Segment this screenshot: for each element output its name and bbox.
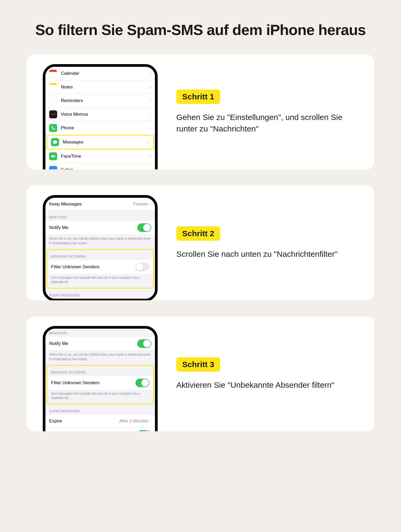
row-label: Safari [61, 167, 150, 169]
row-label: Notes [61, 84, 150, 90]
settings-row-notes[interactable]: Notes › [45, 80, 155, 94]
phone-mock-1: Calendar › Notes › ⋮ Reminders › [43, 64, 158, 169]
step-3-body: Aktivieren Sie "Unbekannte Absender filt… [176, 379, 358, 391]
chevron-right-icon: › [150, 84, 151, 90]
svg-rect-0 [51, 156, 54, 158]
settings-row-reminders[interactable]: ⋮ Reminders › [45, 94, 155, 108]
mentions-header: MENTIONS [45, 329, 155, 337]
step-2-body: Scrollen Sie nach unten zu "Nachrichtenf… [176, 248, 358, 260]
chevron-right-icon: › [148, 139, 149, 145]
chevron-right-icon: › [150, 201, 151, 207]
phone-mock-2: Keep Messages Forever › MENTIONS Notify … [43, 195, 158, 300]
notify-me-row[interactable]: Notify Me [45, 221, 155, 235]
filter-unknown-toggle-on[interactable] [135, 379, 149, 387]
keep-messages-row[interactable]: Keep Messages Forever › [45, 198, 155, 211]
raise-to-listen-row[interactable]: Raise to Listen [45, 428, 155, 431]
step-card-2: Keep Messages Forever › MENTIONS Notify … [27, 185, 374, 300]
row-label: FaceTime [61, 154, 150, 159]
messages-icon [51, 138, 59, 146]
message-filtering-header: MESSAGE FILTERING [47, 250, 153, 260]
notes-icon [49, 83, 57, 91]
phone-mock-3: MENTIONS Notify Me When this is on, you … [43, 326, 158, 431]
settings-row-safari[interactable]: Safari › [45, 163, 155, 169]
mentions-footer: When this is on, you will be notified wh… [45, 235, 155, 249]
settings-row-messages[interactable]: Messages › [47, 135, 153, 149]
chevron-right-icon: › [150, 167, 151, 170]
settings-row-phone[interactable]: Phone › [45, 121, 155, 135]
row-value: Forever [133, 202, 148, 207]
row-label: Notify Me [49, 225, 137, 230]
chevron-right-icon: › [150, 418, 151, 424]
row-value: After 2 Minutes [119, 419, 148, 424]
phone-icon [49, 124, 57, 132]
row-label: Notify Me [49, 341, 137, 346]
filter-unknown-toggle[interactable] [135, 263, 149, 271]
highlight-message-filtering: MESSAGE FILTERING Filter Unknown Senders… [46, 365, 154, 405]
settings-row-voice-memos[interactable]: Voice Memos › [45, 108, 155, 121]
step-1-badge: Schritt 1 [176, 90, 220, 104]
raise-to-listen-toggle[interactable] [137, 430, 151, 431]
facetime-icon [49, 152, 57, 160]
message-filtering-footer: Sort messages from people who are not in… [47, 274, 153, 288]
highlight-messages: Messages › [46, 135, 154, 150]
chevron-right-icon: › [150, 154, 151, 159]
calendar-icon [49, 69, 57, 77]
notify-me-toggle[interactable] [137, 339, 151, 348]
chevron-right-icon: › [150, 125, 151, 131]
page-title: So filtern Sie Spam-SMS auf dem iPhone h… [27, 21, 374, 38]
row-label: Calendar [61, 71, 150, 76]
message-filtering-header: MESSAGE FILTERING [47, 366, 153, 376]
voice-memos-icon [49, 110, 57, 118]
row-label: Phone [61, 125, 150, 131]
settings-row-facetime[interactable]: FaceTime › [45, 150, 155, 163]
chevron-right-icon: › [150, 71, 151, 76]
notify-me-toggle[interactable] [137, 223, 151, 232]
filter-unknown-senders-row[interactable]: Filter Unknown Senders [47, 376, 153, 390]
expire-row[interactable]: Expire After 2 Minutes › [45, 415, 155, 428]
reminders-icon: ⋮ [49, 97, 57, 105]
row-label: Filter Unknown Senders [51, 264, 135, 270]
row-label: Messages [63, 139, 148, 145]
chevron-right-icon: › [150, 98, 151, 104]
step-3-badge: Schritt 3 [176, 357, 220, 372]
row-label: Filter Unknown Senders [51, 380, 135, 386]
highlight-message-filtering: MESSAGE FILTERING Filter Unknown Senders… [46, 249, 154, 289]
mentions-footer: When this is on, you will be notified wh… [45, 351, 155, 365]
row-label: Keep Messages [49, 201, 133, 207]
notify-me-row[interactable]: Notify Me [45, 337, 155, 351]
audio-messages-header: AUDIO MESSAGES [45, 289, 155, 299]
row-label: Voice Memos [61, 112, 150, 117]
settings-row-calendar[interactable]: Calendar › [45, 67, 155, 80]
row-label: Expire [49, 418, 119, 424]
step-card-1: Calendar › Notes › ⋮ Reminders › [27, 55, 374, 169]
filter-unknown-senders-row[interactable]: Filter Unknown Senders [47, 260, 153, 274]
step-2-badge: Schritt 2 [176, 226, 220, 241]
step-card-3: MENTIONS Notify Me When this is on, you … [27, 316, 374, 431]
row-label: Reminders [61, 98, 150, 103]
message-filtering-footer: Sort messages from people who are not in… [47, 390, 153, 404]
audio-messages-header: AUDIO MESSAGES [45, 405, 155, 415]
chevron-right-icon: › [150, 112, 151, 117]
mentions-header: MENTIONS [45, 211, 155, 221]
safari-icon [49, 166, 57, 169]
step-1-body: Gehen Sie zu "Einstellungen", und scroll… [176, 111, 358, 135]
